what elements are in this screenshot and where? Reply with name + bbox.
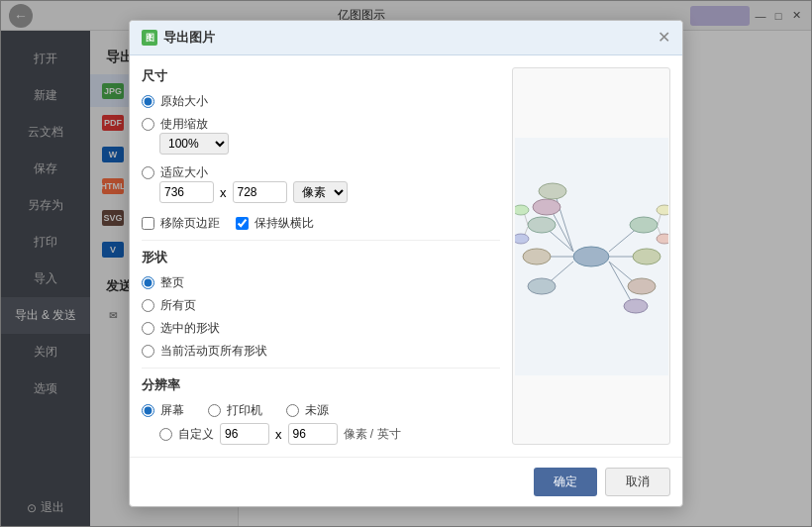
size-radio-original[interactable] xyxy=(142,95,154,108)
svg-point-1 xyxy=(573,247,609,266)
dialog-title: 图 导出图片 xyxy=(142,29,215,47)
size-radio-scale[interactable] xyxy=(142,118,154,131)
dpi-y-input[interactable] xyxy=(288,423,338,445)
remove-margin-checkbox[interactable] xyxy=(142,217,154,230)
svg-point-18 xyxy=(533,199,560,215)
keep-ratio-checkbox[interactable] xyxy=(236,217,249,230)
svg-point-16 xyxy=(523,249,551,264)
height-input[interactable] xyxy=(233,181,287,203)
custom-dpi-row: 自定义 x 像素 / 英寸 xyxy=(159,423,500,445)
export-dialog: 图 导出图片 ✕ 尺寸 原始大小 使用缩放 xyxy=(129,20,683,507)
shape-section-title: 形状 xyxy=(142,249,500,266)
svg-point-13 xyxy=(628,278,656,294)
width-input[interactable] xyxy=(159,181,214,203)
size-option-fit[interactable]: 适应大小 xyxy=(142,164,500,181)
scale-input-row: 100% 50% 200% xyxy=(159,133,500,155)
margin-options-row: 移除页边距 保持纵横比 xyxy=(142,215,500,232)
size-radio-group: 原始大小 使用缩放 100% 50% 200% xyxy=(142,93,500,207)
dialog-settings: 尺寸 原始大小 使用缩放 100% xyxy=(142,67,500,445)
keep-ratio-row[interactable]: 保持纵横比 xyxy=(236,215,314,232)
dpi-unit-label: 像素 / 英寸 xyxy=(344,426,401,443)
shape-option-fullpage[interactable]: 整页 xyxy=(142,274,500,291)
svg-point-19 xyxy=(539,183,566,199)
divider-1 xyxy=(142,240,500,241)
unit-select[interactable]: 像素 xyxy=(293,181,348,203)
shape-option-selected[interactable]: 选中的形状 xyxy=(142,320,500,337)
dialog-header-icon: 图 xyxy=(142,30,157,46)
svg-point-15 xyxy=(528,217,556,233)
svg-point-12 xyxy=(633,249,660,264)
shape-radio-fullpage[interactable] xyxy=(142,276,154,289)
svg-point-23 xyxy=(657,234,668,244)
remove-margin-row[interactable]: 移除页边距 xyxy=(142,215,220,232)
dpi-option-custom[interactable]: 自定义 xyxy=(159,426,214,443)
shape-radio-group: 整页 所有页 选中的形状 当前活动页所有形状 xyxy=(142,274,500,360)
shape-radio-selected[interactable] xyxy=(142,322,154,335)
dpi-option-printer[interactable]: 打印机 xyxy=(208,402,262,419)
dialog-close-button[interactable]: ✕ xyxy=(658,30,670,46)
dpi-option-source[interactable]: 未源 xyxy=(286,402,329,419)
scale-select[interactable]: 100% 50% 200% xyxy=(159,133,229,155)
dpi-radio-printer[interactable] xyxy=(208,404,221,417)
size-section-title: 尺寸 xyxy=(142,67,500,85)
dialog-preview xyxy=(512,67,670,445)
confirm-button[interactable]: 确定 xyxy=(534,468,597,496)
dpi-radio-screen[interactable] xyxy=(142,404,154,417)
dpi-options-row: 屏幕 打印机 未源 xyxy=(142,402,500,419)
dialog-header: 图 导出图片 ✕ xyxy=(130,21,682,55)
cancel-button[interactable]: 取消 xyxy=(605,468,670,496)
shape-option-current[interactable]: 当前活动页所有形状 xyxy=(142,343,500,360)
svg-point-14 xyxy=(624,299,648,313)
dialog-overlay: 图 导出图片 ✕ 尺寸 原始大小 使用缩放 xyxy=(0,0,812,527)
dpi-x-input[interactable] xyxy=(220,423,269,445)
svg-point-11 xyxy=(630,217,658,233)
svg-point-22 xyxy=(657,205,668,215)
size-option-scale[interactable]: 使用缩放 xyxy=(142,116,500,133)
dialog-body: 尺寸 原始大小 使用缩放 100% xyxy=(130,55,682,457)
shape-radio-allpages[interactable] xyxy=(142,299,154,312)
shape-radio-current[interactable] xyxy=(142,345,154,358)
shape-option-allpages[interactable]: 所有页 xyxy=(142,297,500,314)
svg-point-27 xyxy=(515,234,529,244)
svg-point-17 xyxy=(528,278,556,294)
divider-2 xyxy=(142,368,500,369)
fit-input-row: x 像素 xyxy=(159,181,500,203)
svg-point-26 xyxy=(515,205,529,215)
dpi-x-icon: x xyxy=(275,427,282,442)
dpi-option-screen[interactable]: 屏幕 xyxy=(142,402,184,419)
dpi-section-title: 分辨率 xyxy=(142,376,500,394)
size-radio-fit[interactable] xyxy=(142,166,154,179)
times-icon: x xyxy=(220,185,227,200)
dialog-footer: 确定 取消 xyxy=(130,457,682,506)
size-option-original[interactable]: 原始大小 xyxy=(142,93,500,110)
dpi-radio-custom[interactable] xyxy=(159,428,172,441)
dpi-radio-source[interactable] xyxy=(286,404,299,417)
mindmap-svg xyxy=(515,138,668,375)
